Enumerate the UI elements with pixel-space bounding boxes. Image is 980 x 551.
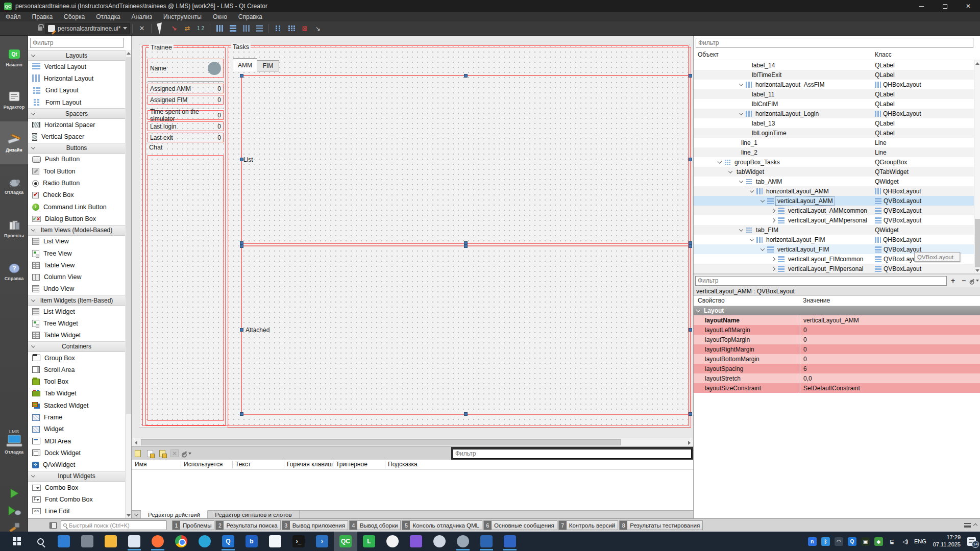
start-icon[interactable] — [5, 532, 29, 551]
widgetbox-section-header[interactable]: Input Widgets — [28, 471, 126, 482]
remove-property-icon[interactable]: − — [959, 276, 968, 285]
output-pane-1[interactable]: 1Проблемы — [172, 520, 214, 530]
menu-item-Правка[interactable]: Правка — [27, 12, 59, 21]
taskbar-clock[interactable]: 17:29 07.11.2025 — [933, 534, 961, 548]
chevron-down-icon[interactable] — [761, 246, 765, 251]
document-selector[interactable]: personalcardtrainee.ui* — [45, 23, 130, 34]
mode-help[interactable]: ? Справка — [0, 250, 28, 293]
bluetooth-icon[interactable]: ᛒ — [821, 537, 830, 546]
property-row-layoutBottomMargin[interactable]: layoutBottomMargin0 — [694, 354, 980, 364]
widget-item[interactable]: Horizontal Layout — [28, 72, 126, 84]
object-filter-input[interactable] — [696, 38, 973, 48]
widget-item[interactable]: Vertical Layout — [28, 61, 126, 72]
configure-actions-icon[interactable] — [182, 449, 192, 458]
property-filter-input[interactable] — [695, 276, 947, 286]
file-explorer-icon[interactable] — [99, 532, 122, 551]
scroll-down-icon[interactable] — [126, 512, 132, 518]
widgetbox-scrollbar[interactable] — [125, 50, 131, 518]
output-pane-2[interactable]: 2Результаты поиска — [215, 520, 280, 530]
break-layout-icon[interactable]: ⊠ — [299, 23, 310, 34]
mode-design[interactable]: Дизайн — [0, 121, 28, 164]
output-pane-6[interactable]: 6Основные сообщения — [483, 520, 557, 530]
fork-app-icon[interactable] — [381, 532, 404, 551]
list-layout-region[interactable]: List — [241, 75, 691, 244]
menu-item-Файл[interactable]: Файл — [0, 12, 27, 21]
maximize-button[interactable] — [933, 0, 957, 12]
backup-app-icon[interactable] — [122, 532, 146, 551]
output-pane-7[interactable]: 7Контроль версий — [558, 520, 619, 530]
tree-row-label_13[interactable]: label_13QLabel — [694, 118, 974, 128]
remote-desktop-icon[interactable] — [475, 532, 498, 551]
postgres-icon-2[interactable] — [451, 532, 475, 551]
delete-action-icon[interactable]: ✕ — [169, 449, 180, 458]
mode-projects[interactable]: Проекты — [0, 207, 28, 250]
selection-handle[interactable] — [689, 158, 692, 161]
tab-action-editor[interactable]: Редактор действий — [141, 510, 208, 518]
configure-property-icon[interactable] — [970, 276, 979, 285]
property-value[interactable]: SetDefaultConstraint — [800, 383, 980, 393]
widgetbox-section-header[interactable]: Layouts — [28, 50, 126, 61]
selection-handle[interactable] — [464, 244, 468, 248]
name-row[interactable]: Name — [148, 59, 224, 78]
form-field-row[interactable]: Last exit0 — [148, 133, 224, 142]
edit-tab-order-icon[interactable]: 1 2 — [195, 23, 206, 34]
widgetbox-section-header[interactable]: Spacers — [28, 108, 126, 119]
form-field-row[interactable]: Assigned FIM0 — [148, 95, 224, 105]
selection-handle[interactable] — [240, 244, 243, 248]
search-icon[interactable] — [29, 532, 52, 551]
form-field-row[interactable]: Time spent on the simulator0 — [148, 110, 224, 120]
widget-item[interactable]: Column View — [28, 271, 126, 283]
column-divider[interactable] — [333, 461, 333, 468]
widget-item[interactable]: Tree View — [28, 247, 126, 259]
tree-row-horizontalLayout_Login[interactable]: horizontalLayout_LoginQHBoxLayout — [694, 109, 974, 118]
layout-splitter-horizontal-icon[interactable] — [240, 23, 252, 34]
widget-item[interactable]: MDI Area — [28, 435, 126, 447]
widget-item[interactable]: Horizontal Spacer — [28, 119, 126, 131]
tree-row-horizontalLayout_AssFIM[interactable]: horizontalLayout_AssFIMQHBoxLayout — [694, 80, 974, 89]
output-pane-4[interactable]: 4Вывод сборки — [349, 520, 401, 530]
language-indicator[interactable]: ENG — [914, 538, 926, 544]
column-divider[interactable] — [232, 461, 233, 468]
defender-icon[interactable]: ◆ — [874, 537, 883, 546]
widget-item[interactable]: Tab Widget — [28, 388, 126, 399]
widget-item[interactable]: Table View — [28, 259, 126, 271]
layout-vertical-icon[interactable] — [227, 23, 238, 34]
tree-row-lblTimeExit[interactable]: lblTimeExitQLabel — [694, 70, 974, 80]
chevron-down-icon[interactable] — [739, 227, 743, 231]
tree-row-tab_FIM[interactable]: tab_FIMQWidget — [694, 225, 974, 235]
mode-welcome[interactable]: Qt Начало — [0, 36, 28, 79]
add-property-icon[interactable]: + — [948, 276, 958, 285]
vpn-tray-icon[interactable]: n — [808, 537, 817, 546]
output-panes-menu-icon[interactable] — [964, 523, 971, 528]
scrollbar-thumb[interactable] — [126, 57, 131, 414]
selection-handle[interactable] — [240, 74, 243, 78]
menu-item-Сборка[interactable]: Сборка — [58, 12, 90, 21]
tree-row-groupBox_Tasks[interactable]: groupBox_TasksQGroupBox — [694, 157, 974, 167]
close-button[interactable]: ✕ — [957, 0, 980, 12]
property-row-layoutSizeConstraint[interactable]: layoutSizeConstraintSetDefaultConstraint — [694, 383, 980, 393]
network-icon[interactable]: ⊑ — [888, 537, 896, 546]
chevron-right-icon[interactable] — [771, 208, 775, 212]
postgres-icon[interactable] — [428, 532, 451, 551]
run-button[interactable] — [8, 487, 20, 499]
kit-selector[interactable]: LMS Отладка — [0, 429, 28, 455]
tree-row-verticalLayout_AMMcommon[interactable]: verticalLayout_AMMcommonQVBoxLayout — [694, 206, 974, 215]
chevron-down-icon[interactable] — [739, 82, 743, 86]
volume-icon[interactable]: ◁) — [901, 537, 910, 546]
chevron-right-icon[interactable] — [771, 257, 775, 261]
chat-groupbox[interactable] — [148, 155, 224, 421]
scroll-left-icon[interactable] — [133, 440, 139, 446]
scrollbar-thumb[interactable] — [975, 219, 980, 267]
menu-item-Окно[interactable]: Окно — [207, 12, 233, 21]
mail-app-icon[interactable]: b — [240, 532, 263, 551]
edit-widgets-icon[interactable] — [155, 23, 166, 34]
form-field-row[interactable]: Assigned AMM0 — [148, 84, 224, 93]
edit-buddies-icon[interactable]: ⇄ — [182, 23, 193, 34]
chevron-down-icon[interactable] — [132, 511, 141, 518]
widget-item[interactable]: List View — [28, 236, 126, 247]
scroll-right-icon[interactable] — [686, 440, 692, 446]
widget-item[interactable]: Vertical Spacer — [28, 131, 126, 142]
edit-signals-slots-icon[interactable]: ↘ — [168, 23, 180, 34]
output-pane-5[interactable]: 5Консоль отладчика QML — [402, 520, 482, 530]
selection-handle[interactable] — [464, 74, 468, 78]
